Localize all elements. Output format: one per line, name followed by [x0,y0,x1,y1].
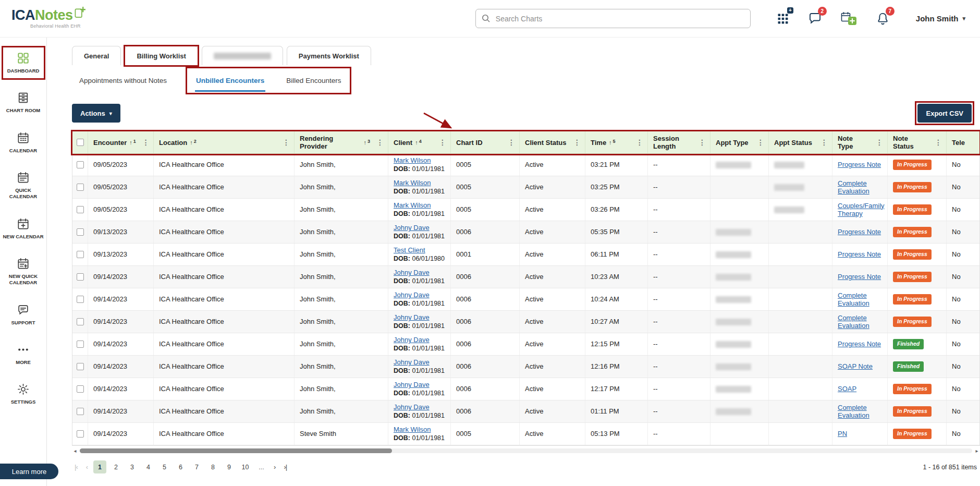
row-checkbox[interactable] [77,430,84,438]
column-menu-icon[interactable]: ⋮ [934,138,943,147]
apps-grid-icon[interactable]: + [777,11,789,27]
client-link[interactable]: Johny Dave [394,403,430,411]
column-menu-icon[interactable]: ⋮ [438,138,447,147]
select-all-checkbox[interactable] [77,139,84,146]
column-header-note-status[interactable]: Note Status⋮ [888,131,947,153]
page-button-4[interactable]: 4 [142,460,155,473]
column-header-appt-status[interactable]: Appt Status⋮ [769,131,832,153]
page-button-5[interactable]: 5 [158,460,171,473]
column-header-appt-type[interactable]: Appt Type⋮ [710,131,769,153]
sidebar-item-settings[interactable]: SETTINGS [2,378,45,410]
export-csv-button[interactable]: Export CSV [917,104,972,123]
scrollbar-thumb[interactable] [80,448,392,453]
tab-billing-worklist[interactable]: Billing Worklist [125,46,198,65]
client-link[interactable]: Johny Dave [394,224,430,232]
column-header-client-status[interactable]: Client Status⋮ [520,131,585,153]
client-link[interactable]: Johny Dave [394,336,430,344]
column-header-location[interactable]: Location↑2⋮ [154,131,295,153]
learn-more-button[interactable]: Learn more [0,464,58,479]
sidebar-item-new-quick-calendar[interactable]: NEW QUICK CALENDAR [2,252,45,291]
next-page-button[interactable]: › [271,463,278,471]
row-checkbox[interactable] [77,228,84,236]
row-checkbox[interactable] [77,273,84,281]
row-checkbox[interactable] [77,318,84,325]
client-link[interactable]: Johny Dave [394,381,430,388]
page-button-6[interactable]: 6 [174,460,187,473]
row-checkbox[interactable] [77,408,84,415]
client-link[interactable]: Johny Dave [394,358,430,366]
client-link[interactable]: Mark Wilson [394,201,431,209]
page-button-7[interactable]: 7 [190,460,203,473]
note-type-link[interactable]: Progress Note [838,273,881,281]
subtab-appointments-without-notes[interactable]: Appointments without Notes [78,68,168,92]
column-header-rendering-provider[interactable]: Rendering Provider↑3⋮ [295,131,388,153]
row-checkbox[interactable] [77,296,84,303]
search-input[interactable] [475,9,751,28]
column-menu-icon[interactable]: ⋮ [507,138,516,147]
client-link[interactable]: Johny Dave [394,269,430,276]
column-header-session-length[interactable]: Session Length⋮ [648,131,710,153]
scroll-right-icon[interactable]: ▸ [974,448,980,454]
page-button-9[interactable]: 9 [223,460,236,473]
note-type-link[interactable]: Complete Evaluation [838,179,882,196]
note-type-link[interactable]: SOAP Note [838,362,873,370]
row-checkbox[interactable] [77,184,84,191]
subtab-unbilled-encounters[interactable]: Unbilled Encounters [195,68,265,92]
row-checkbox[interactable] [77,385,84,393]
column-menu-icon[interactable]: ⋮ [697,138,707,147]
sidebar-item-dashboard[interactable]: DASHBOARD [2,47,45,79]
notifications-icon[interactable]: 7 [876,11,890,27]
client-link[interactable]: Mark Wilson [394,179,431,187]
client-link[interactable]: Test Client [394,246,425,254]
column-menu-icon[interactable]: ⋮ [875,138,884,147]
new-chart-icon[interactable] [841,11,857,27]
column-menu-icon[interactable]: ⋮ [572,138,582,147]
page-button-1[interactable]: 1 [93,460,106,473]
note-type-link[interactable]: Progress Note [838,228,881,236]
client-link[interactable]: Johny Dave [394,291,430,299]
note-type-link[interactable]: Progress Note [838,340,881,348]
sidebar-item-new-calendar[interactable]: NEW CALENDAR [2,213,45,245]
note-type-link[interactable]: Progress Note [838,161,881,168]
note-type-link[interactable]: Progress Note [838,250,881,258]
note-type-link[interactable]: Complete Evaluation [838,404,882,420]
sidebar-item-chart-room[interactable]: CHART ROOM [2,87,45,118]
sidebar-item-calendar[interactable]: CALENDAR [2,127,45,159]
sidebar-item-quick-calendar[interactable]: QUICK CALENDAR [2,166,45,205]
note-type-link[interactable]: PN [838,430,847,438]
sidebar-item-more[interactable]: MORE [2,338,45,370]
column-menu-icon[interactable]: ⋮ [756,138,765,147]
page-button-8[interactable]: 8 [206,460,219,473]
last-page-button[interactable]: ›| [281,463,289,471]
page-button-2[interactable]: 2 [109,460,123,473]
row-checkbox[interactable] [77,206,84,213]
scroll-left-icon[interactable]: ◂ [72,448,78,454]
column-menu-icon[interactable]: ⋮ [375,138,385,147]
note-type-link[interactable]: Complete Evaluation [838,314,882,330]
column-menu-icon[interactable]: ⋮ [635,138,644,147]
subtab-billed-encounters[interactable]: Billed Encounters [285,68,342,92]
page-button-10[interactable]: 10 [239,460,252,473]
tab-redacted[interactable] [202,46,283,65]
client-link[interactable]: Mark Wilson [394,156,431,164]
messages-icon[interactable]: 2 [808,11,822,27]
row-checkbox[interactable] [77,341,84,348]
user-menu[interactable]: John Smith ▾ [916,14,965,23]
sidebar-item-support[interactable]: SUPPORT [2,299,45,331]
client-link[interactable]: Johny Dave [394,313,430,321]
note-type-link[interactable]: Couples/Family Therapy [838,202,885,218]
client-link[interactable]: Mark Wilson [394,426,431,433]
column-menu-icon[interactable]: ⋮ [141,138,151,147]
row-checkbox[interactable] [77,161,84,168]
actions-button[interactable]: Actions ▾ [72,104,120,123]
page-button-3[interactable]: 3 [126,460,139,473]
tab-general[interactable]: General [72,46,121,65]
column-header-time[interactable]: Time↑5⋮ [585,131,648,153]
column-header-chart-id[interactable]: Chart ID⋮ [451,131,520,153]
note-type-link[interactable]: Complete Evaluation [838,291,882,308]
column-header-note-type[interactable]: Note Type⋮ [832,131,888,153]
column-header-tele[interactable]: Tele⋮ [947,131,979,153]
column-header-client[interactable]: Client↑4⋮ [388,131,451,153]
tab-payments-worklist[interactable]: Payments Worklist [287,46,371,65]
row-checkbox[interactable] [77,251,84,258]
